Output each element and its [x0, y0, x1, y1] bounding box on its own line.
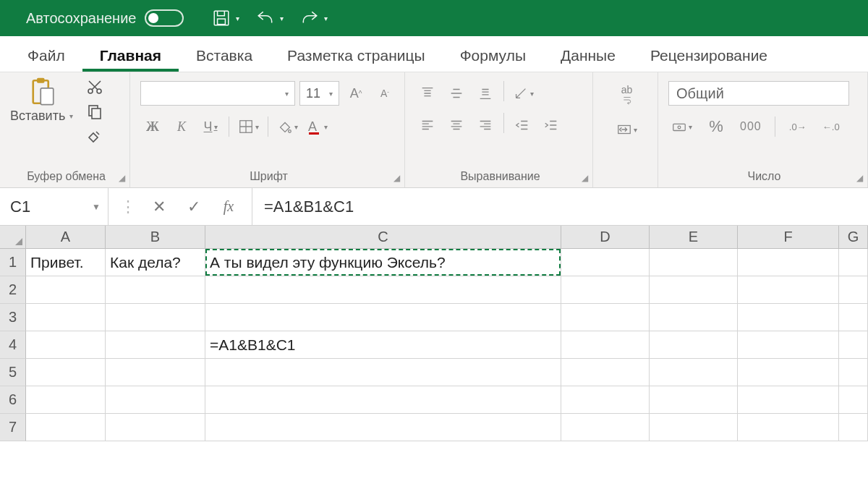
cell[interactable]	[205, 386, 561, 414]
align-left-icon[interactable]	[415, 113, 440, 137]
cell[interactable]	[650, 331, 738, 359]
font-family-select[interactable]: ▾	[140, 81, 295, 106]
undo-icon[interactable]	[250, 3, 281, 33]
font-size-select[interactable]: 11▾	[299, 81, 339, 106]
formula-input[interactable]: =A1&B1&C1	[252, 188, 868, 225]
cell[interactable]	[839, 331, 868, 359]
underline-button[interactable]: Ч▾	[198, 114, 223, 139]
cell[interactable]	[839, 249, 868, 276]
cell[interactable]	[26, 276, 106, 304]
dialog-launcher-icon[interactable]: ◢	[582, 173, 588, 183]
decrease-decimal-icon[interactable]: ←.0	[819, 114, 843, 139]
number-format-select[interactable]: Общий	[668, 81, 849, 106]
cell[interactable]	[26, 386, 106, 414]
cell[interactable]	[561, 304, 650, 331]
tab-file[interactable]: Файл	[10, 38, 82, 72]
merge-cells-icon[interactable]: ▾	[613, 117, 640, 142]
col-header[interactable]: E	[650, 226, 738, 248]
cancel-formula-icon[interactable]: ✕	[143, 188, 175, 225]
tab-data[interactable]: Данные	[543, 38, 633, 72]
redo-icon[interactable]	[294, 3, 326, 33]
cut-icon[interactable]	[86, 78, 103, 98]
cell[interactable]	[106, 386, 205, 414]
cell[interactable]	[650, 249, 738, 276]
col-header[interactable]: B	[106, 226, 205, 248]
cell[interactable]	[205, 359, 561, 386]
font-color-icon[interactable]: A▾	[305, 114, 331, 139]
fill-color-icon[interactable]: ▾	[274, 114, 301, 139]
cell[interactable]: Привет.	[26, 249, 106, 276]
wrap-text-icon[interactable]: ab	[615, 82, 639, 107]
copy-icon[interactable]	[86, 103, 103, 123]
comma-style-icon[interactable]: 000	[737, 114, 765, 139]
cell[interactable]	[738, 359, 839, 386]
col-header[interactable]: D	[561, 226, 650, 248]
align-middle-icon[interactable]	[444, 81, 469, 106]
cell[interactable]: А ты видел эту функцию Эксель?	[205, 249, 561, 276]
cell[interactable]	[738, 414, 839, 441]
tab-insert[interactable]: Вставка	[179, 38, 270, 72]
cell[interactable]	[106, 304, 205, 331]
decrease-font-icon[interactable]: Aˇ	[373, 81, 397, 106]
cell[interactable]	[106, 359, 205, 386]
select-all-corner[interactable]	[0, 226, 26, 248]
cell[interactable]	[205, 304, 561, 331]
align-top-icon[interactable]	[415, 81, 440, 106]
currency-icon[interactable]: ▾	[668, 114, 695, 139]
cell[interactable]	[26, 359, 106, 386]
cell[interactable]: Как дела?	[106, 249, 205, 276]
save-dropdown-icon[interactable]: ▾	[236, 14, 239, 22]
cell[interactable]	[561, 386, 650, 414]
cell[interactable]	[650, 304, 738, 331]
name-box[interactable]: C1 ▼	[0, 188, 109, 225]
cell[interactable]	[205, 276, 561, 304]
increase-font-icon[interactable]: A^	[344, 81, 368, 106]
cell[interactable]	[561, 249, 650, 276]
align-bottom-icon[interactable]	[473, 81, 498, 106]
increase-decimal-icon[interactable]: .0→	[786, 114, 810, 139]
col-header[interactable]: F	[738, 226, 839, 248]
accept-formula-icon[interactable]: ✓	[178, 188, 210, 225]
cell[interactable]	[561, 414, 650, 441]
row-header[interactable]: 6	[0, 386, 26, 414]
col-header[interactable]: C	[205, 226, 561, 248]
align-right-icon[interactable]	[473, 113, 498, 137]
cell[interactable]	[738, 331, 839, 359]
fx-icon[interactable]: fx	[213, 188, 244, 225]
increase-indent-icon[interactable]	[539, 113, 563, 137]
undo-dropdown-icon[interactable]: ▾	[280, 14, 284, 22]
cell[interactable]	[106, 331, 205, 359]
cell[interactable]	[26, 414, 106, 441]
cell[interactable]	[839, 276, 868, 304]
row-header[interactable]: 4	[0, 331, 26, 359]
decrease-indent-icon[interactable]	[510, 113, 535, 137]
tab-home[interactable]: Главная	[82, 38, 179, 72]
percent-icon[interactable]: %	[704, 114, 728, 139]
cell[interactable]	[561, 331, 650, 359]
tab-review[interactable]: Рецензирование	[633, 38, 785, 72]
col-header[interactable]: A	[26, 226, 106, 248]
dialog-launcher-icon[interactable]: ◢	[856, 173, 863, 183]
cell[interactable]	[738, 386, 839, 414]
cell[interactable]	[839, 304, 868, 331]
row-header[interactable]: 3	[0, 304, 26, 331]
borders-icon[interactable]: ▾	[235, 114, 262, 139]
cell[interactable]	[738, 276, 839, 304]
dialog-launcher-icon[interactable]: ◢	[393, 173, 400, 183]
cell[interactable]	[106, 414, 205, 441]
cell[interactable]	[839, 414, 868, 441]
row-header[interactable]: 2	[0, 276, 26, 304]
italic-button[interactable]: К	[169, 114, 194, 139]
cell[interactable]	[650, 414, 738, 441]
align-center-icon[interactable]	[444, 113, 469, 137]
cell[interactable]	[205, 414, 561, 441]
cell[interactable]	[561, 359, 650, 386]
cell[interactable]	[839, 386, 868, 414]
tab-layout[interactable]: Разметка страницы	[270, 38, 443, 72]
cell[interactable]	[650, 276, 738, 304]
row-header[interactable]: 7	[0, 414, 26, 441]
save-icon[interactable]	[205, 3, 237, 33]
bold-button[interactable]: Ж	[140, 114, 165, 139]
col-header[interactable]: G	[839, 226, 868, 248]
cell[interactable]	[26, 331, 106, 359]
